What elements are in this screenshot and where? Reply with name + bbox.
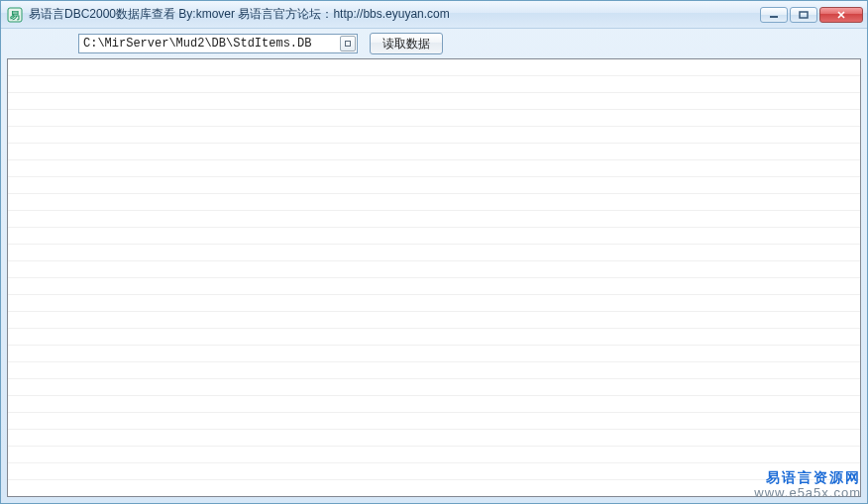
list-item bbox=[8, 144, 860, 160]
list-item bbox=[8, 261, 860, 278]
browse-button[interactable] bbox=[340, 36, 356, 51]
list-item bbox=[8, 160, 860, 177]
list-item bbox=[8, 329, 860, 346]
list-item bbox=[8, 93, 860, 110]
list-item bbox=[8, 127, 860, 144]
list-item bbox=[8, 413, 860, 430]
list-item bbox=[8, 362, 860, 379]
list-item bbox=[8, 396, 860, 413]
svg-rect-6 bbox=[346, 42, 351, 47]
list-item bbox=[8, 177, 860, 194]
list-item bbox=[8, 76, 860, 93]
svg-rect-2 bbox=[770, 16, 778, 18]
list-item bbox=[8, 194, 860, 211]
svg-text:易: 易 bbox=[9, 10, 20, 21]
list-item bbox=[8, 312, 860, 329]
window-controls bbox=[760, 7, 863, 23]
list-item bbox=[8, 447, 860, 463]
app-icon: 易 bbox=[7, 7, 23, 23]
list-item bbox=[8, 346, 860, 362]
list-item bbox=[8, 211, 860, 228]
path-input[interactable] bbox=[79, 35, 339, 52]
close-button[interactable] bbox=[819, 7, 863, 23]
titlebar: 易 易语言DBC2000数据库查看 By:kmover 易语言官方论坛：http… bbox=[1, 1, 867, 29]
minimize-button[interactable] bbox=[760, 7, 788, 23]
data-list[interactable] bbox=[7, 58, 861, 497]
list-item bbox=[8, 278, 860, 295]
list-item bbox=[8, 295, 860, 312]
list-item bbox=[8, 430, 860, 447]
list-item bbox=[8, 228, 860, 245]
window-title: 易语言DBC2000数据库查看 By:kmover 易语言官方论坛：http:/… bbox=[29, 6, 754, 23]
list-item bbox=[8, 379, 860, 396]
client-area: 读取数据 bbox=[7, 29, 861, 497]
list-rows bbox=[8, 59, 860, 496]
path-combobox[interactable] bbox=[78, 34, 358, 53]
list-item bbox=[8, 245, 860, 261]
read-data-button[interactable]: 读取数据 bbox=[370, 33, 443, 54]
list-item bbox=[8, 59, 860, 76]
list-item bbox=[8, 463, 860, 480]
list-item bbox=[8, 110, 860, 127]
svg-rect-3 bbox=[800, 12, 808, 18]
maximize-button[interactable] bbox=[790, 7, 817, 23]
toolbar: 读取数据 bbox=[7, 29, 861, 58]
app-window: 易 易语言DBC2000数据库查看 By:kmover 易语言官方论坛：http… bbox=[0, 0, 868, 504]
